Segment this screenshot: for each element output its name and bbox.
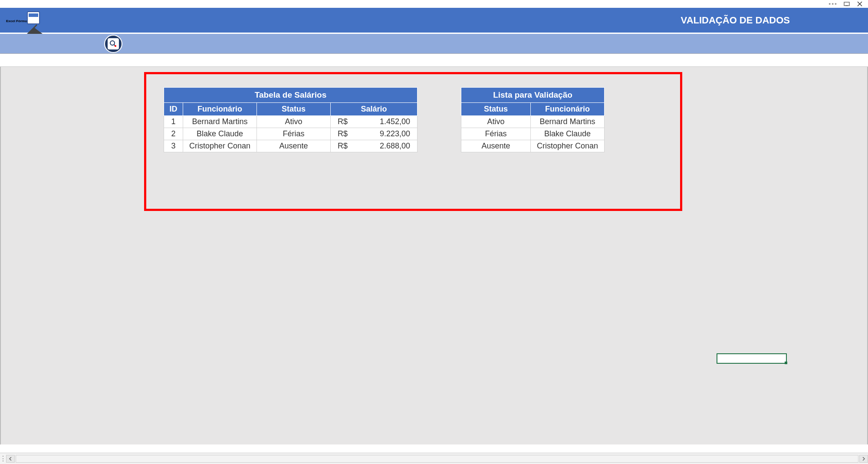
spacer-bar [0,54,868,67]
th-funcionario: Funcionário [531,103,605,116]
worksheet-area[interactable]: Tabela de Salários ID Funcionário Status… [0,67,868,444]
cell-funcionario[interactable]: Bernard Martins [183,116,257,128]
cell-status[interactable]: Ausente [461,140,531,152]
cell-funcionario[interactable]: Cristopher Conan [183,140,257,152]
sheet-tab-grip-icon[interactable]: ⋮ [0,454,6,463]
scroll-left-button[interactable] [6,455,15,463]
th-status: Status [257,103,331,116]
page-title: VALIDAÇÃO DE DADOS [681,15,790,26]
cell-id[interactable]: 2 [164,128,183,140]
cell-status[interactable]: Ativo [257,116,331,128]
cell-funcionario[interactable]: Blake Claude [531,128,605,140]
svg-point-1 [110,41,115,45]
cell-funcionario[interactable]: Bernard Martins [531,116,605,128]
active-cell-cursor[interactable] [717,353,787,364]
cell-status[interactable]: Férias [257,128,331,140]
cell-status[interactable]: Férias [461,128,531,140]
svg-point-2 [115,45,116,47]
magnifier-icon [109,40,117,48]
cell-status[interactable]: Ausente [257,140,331,152]
app-header: Excel Fórmulas VALIDAÇÃO DE DADOS [0,8,868,34]
table-row: 1 Bernard Martins Ativo R$1.452,00 [164,116,418,128]
cell-salario[interactable]: R$1.452,00 [331,116,418,128]
cell-funcionario[interactable]: Cristopher Conan [531,140,605,152]
cell-funcionario[interactable]: Blake Claude [183,128,257,140]
cell-salario[interactable]: R$2.688,00 [331,140,418,152]
selection-highlight: Tabela de Salários ID Funcionário Status… [144,72,682,211]
window-titlebar: ••• [0,0,868,8]
app-logo: Excel Fórmulas [0,14,17,27]
th-id: ID [164,103,183,116]
horizontal-scrollbar: ⋮ [0,453,868,464]
th-funcionario: Funcionário [183,103,257,116]
cell-id[interactable]: 3 [164,140,183,152]
table-row: 2 Blake Claude Férias R$9.223,00 [164,128,418,140]
cell-id[interactable]: 1 [164,116,183,128]
validation-list-table: Lista para Validação Status Funcionário … [461,87,605,152]
cell-status[interactable]: Ativo [461,116,531,128]
th-status: Status [461,103,531,116]
close-button[interactable] [856,0,864,8]
search-tool-button[interactable] [104,35,122,53]
table-row: Ausente Cristopher Conan [461,140,605,152]
salary-table: Tabela de Salários ID Funcionário Status… [164,87,418,152]
ribbon-display-button[interactable] [843,0,851,8]
hand-icon [26,22,43,36]
svg-rect-0 [844,2,849,6]
th-salario: Salário [331,103,418,116]
scroll-track[interactable] [16,455,858,463]
table-row: Férias Blake Claude [461,128,605,140]
table-row: Ativo Bernard Martins [461,116,605,128]
table-title: Tabela de Salários [164,88,418,103]
table-row: 3 Cristopher Conan Ausente R$2.688,00 [164,140,418,152]
toolbar [0,34,868,54]
more-options-icon[interactable]: ••• [829,0,838,7]
scroll-right-button[interactable] [859,455,868,463]
table-title: Lista para Validação [461,88,605,103]
cell-salario[interactable]: R$9.223,00 [331,128,418,140]
